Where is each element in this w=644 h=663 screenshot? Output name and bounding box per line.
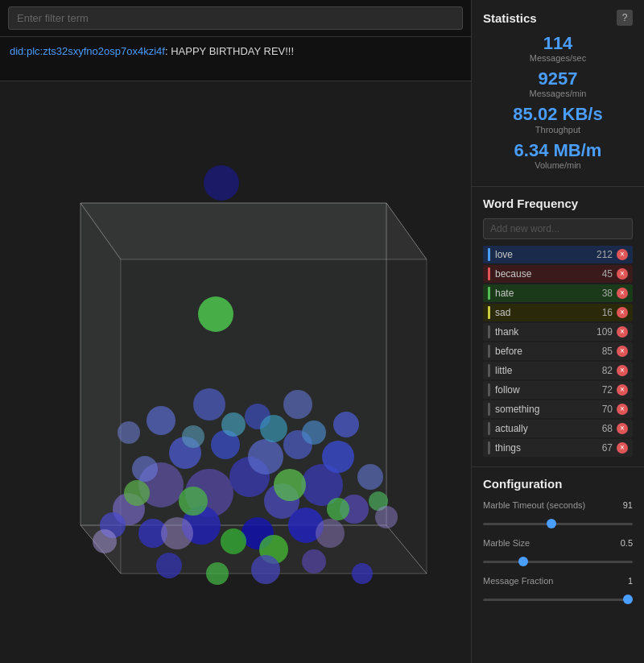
- config-marble-size-label: Marble Size 0.5: [483, 538, 633, 548]
- word-remove-button[interactable]: ×: [617, 384, 628, 396]
- left-panel: did:plc:zts32sxyfno2osp7ox4kzi4f: HAPPY …: [0, 0, 471, 663]
- word-list: love212×because45×hate38×sad16×thank109×…: [483, 246, 633, 457]
- word-remove-button[interactable]: ×: [617, 307, 628, 318]
- filter-bar: [0, 0, 471, 37]
- svg-point-49: [251, 555, 280, 584]
- word-color-indicator: [488, 403, 490, 416]
- word-list-item: love212×: [483, 246, 633, 263]
- svg-point-5: [204, 165, 239, 201]
- marble-size-slider[interactable]: [483, 561, 633, 563]
- message-fraction-slider[interactable]: [483, 599, 633, 601]
- config-marble-timeout-value: 91: [623, 500, 633, 510]
- word-remove-button[interactable]: ×: [617, 249, 628, 260]
- stat-throughput: 85.02 KB/s Throughput: [483, 105, 633, 134]
- word-freq-title: Word Frequency: [483, 197, 578, 210]
- filter-input[interactable]: [8, 6, 463, 30]
- config-marble-size-value: 0.5: [621, 538, 633, 548]
- word-count: 109: [597, 326, 613, 338]
- word-count: 212: [597, 249, 613, 260]
- right-panel: Statistics ? 114 Messages/sec 9257 Messa…: [471, 0, 644, 663]
- word-color-indicator: [488, 267, 490, 280]
- stat-value-throughput: 85.02 KB/s: [483, 105, 633, 124]
- stat-messages-min: 9257 Messages/min: [483, 69, 633, 98]
- word-list-item: actually68×: [483, 420, 633, 437]
- word-count: 72: [602, 384, 613, 396]
- word-list-item: little82×: [483, 362, 633, 379]
- word-list-item: thank109×: [483, 323, 633, 341]
- word-count: 68: [602, 423, 613, 434]
- stats-header: Statistics ?: [483, 10, 633, 26]
- word-color-indicator: [488, 364, 490, 377]
- word-name: follow: [495, 384, 602, 396]
- word-list-item: before85×: [483, 342, 633, 360]
- word-list-item: something70×: [483, 400, 633, 418]
- word-remove-button[interactable]: ×: [617, 365, 628, 376]
- word-list-item: follow72×: [483, 381, 633, 399]
- svg-point-48: [206, 562, 229, 585]
- word-remove-button[interactable]: ×: [617, 442, 628, 454]
- word-name: because: [495, 268, 602, 280]
- word-color-indicator: [488, 306, 490, 319]
- svg-point-47: [156, 553, 182, 578]
- word-name: love: [495, 249, 597, 260]
- configuration-section: Configuration Marble Timeout (seconds) 9…: [472, 467, 644, 624]
- word-remove-button[interactable]: ×: [617, 288, 628, 299]
- word-name: little: [495, 365, 602, 376]
- config-title: Configuration: [483, 477, 633, 491]
- stat-label-volume: Volume/min: [483, 160, 633, 170]
- config-marble-timeout: Marble Timeout (seconds) 91: [483, 500, 633, 528]
- stats-section: Statistics ? 114 Messages/sec 9257 Messa…: [472, 0, 644, 187]
- word-count: 67: [602, 442, 613, 454]
- did-link[interactable]: did:plc:zts32sxyfno2osp7ox4kzi4f: [10, 45, 165, 57]
- word-count: 70: [602, 404, 613, 415]
- word-name: things: [495, 442, 602, 454]
- word-remove-button[interactable]: ×: [617, 423, 628, 434]
- word-color-indicator: [488, 345, 490, 358]
- message-text: : HAPPY BIRTHDAY REV!!!: [165, 45, 294, 57]
- word-list-item: because45×: [483, 265, 633, 283]
- word-count: 16: [602, 307, 613, 318]
- word-count: 82: [602, 365, 613, 376]
- stat-label-messages-min: Messages/min: [483, 89, 633, 98]
- word-list-item: sad16×: [483, 304, 633, 321]
- stat-value-volume: 6.34 MB/m: [483, 141, 633, 160]
- stat-volume: 6.34 MB/m Volume/min: [483, 141, 633, 170]
- config-message-fraction: Message Fraction 1: [483, 576, 633, 604]
- stats-title: Statistics: [483, 11, 537, 25]
- word-remove-button[interactable]: ×: [617, 268, 628, 280]
- help-button[interactable]: ?: [617, 10, 633, 26]
- marble-timeout-slider[interactable]: [483, 523, 633, 525]
- config-message-fraction-value: 1: [628, 576, 633, 586]
- add-word-input[interactable]: [483, 218, 633, 239]
- stat-value-messages-min: 9257: [483, 69, 633, 89]
- message-area: did:plc:zts32sxyfno2osp7ox4kzi4f: HAPPY …: [0, 37, 471, 81]
- word-color-indicator: [488, 287, 490, 300]
- svg-point-51: [352, 563, 373, 584]
- svg-point-28: [221, 528, 246, 554]
- stat-label-throughput: Throughput: [483, 125, 633, 135]
- word-remove-button[interactable]: ×: [617, 346, 628, 357]
- word-remove-button[interactable]: ×: [617, 404, 628, 415]
- svg-point-50: [302, 549, 326, 574]
- config-marble-timeout-label: Marble Timeout (seconds) 91: [483, 500, 633, 510]
- word-name: before: [495, 346, 602, 357]
- config-message-fraction-label: Message Fraction 1: [483, 576, 633, 586]
- word-name: something: [495, 404, 602, 415]
- word-frequency-section: Word Frequency love212×because45×hate38×…: [472, 187, 644, 467]
- word-name: actually: [495, 423, 602, 434]
- stat-value-messages-sec: 114: [483, 34, 633, 53]
- stat-messages-sec: 114 Messages/sec: [483, 34, 633, 63]
- word-name: thank: [495, 326, 597, 338]
- word-count: 45: [602, 268, 613, 280]
- word-count: 85: [602, 346, 613, 357]
- word-count: 38: [602, 288, 613, 299]
- visualization-area: [0, 81, 471, 663]
- svg-marker-52: [80, 203, 386, 525]
- config-marble-size: Marble Size 0.5: [483, 538, 633, 566]
- word-color-indicator: [488, 383, 490, 396]
- word-remove-button[interactable]: ×: [617, 326, 628, 338]
- word-color-indicator: [488, 248, 490, 261]
- stat-label-messages-sec: Messages/sec: [483, 53, 633, 63]
- word-freq-header: Word Frequency: [483, 197, 633, 210]
- word-color-indicator: [488, 325, 490, 338]
